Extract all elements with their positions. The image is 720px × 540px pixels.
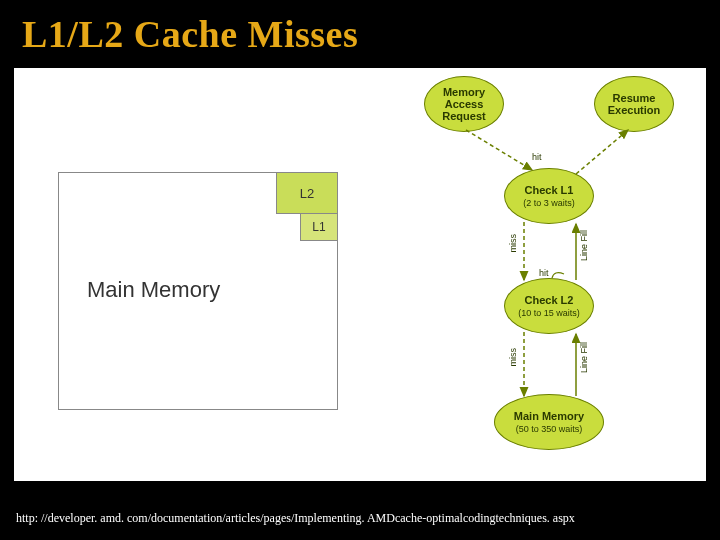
edge-miss-1: miss [508,234,518,253]
content-area: Main Memory L2 L1 Memory Access Request … [14,68,706,481]
main-memory-box: Main Memory L2 L1 [58,172,338,410]
node-resume-execution: Resume Execution [594,76,674,132]
node-sublabel: (50 to 350 waits) [516,424,583,434]
node-check-l2: Check L2 (10 to 15 waits) [504,278,594,334]
memory-size-diagram: Main Memory L2 L1 [58,152,338,412]
edge-miss-2: miss [508,348,518,367]
l2-box: L2 [276,172,338,214]
edge-hit-1: hit [532,152,542,162]
slide: L1/L2 Cache Misses Main Memory L2 L1 Mem… [0,0,720,540]
cache-flowchart: Memory Access Request Resume Execution C… [404,74,694,474]
svg-line-1 [576,130,628,174]
node-sublabel: (2 to 3 waits) [523,198,575,208]
source-url: http: //developer. amd. com/documentatio… [16,511,575,526]
l1-box: L1 [300,213,338,241]
node-memory-access-request: Memory Access Request [424,76,504,132]
node-label: Resume Execution [595,92,673,116]
node-check-l1: Check L1 (2 to 3 waits) [504,168,594,224]
edge-linefill-2: Line Fill [579,342,589,373]
node-sublabel: (10 to 15 waits) [518,308,580,318]
node-main-memory: Main Memory (50 to 350 waits) [494,394,604,450]
edge-hit-2: hit [539,268,549,278]
node-label: Main Memory [514,410,584,422]
svg-line-0 [466,130,532,170]
node-label: Check L2 [525,294,574,306]
edge-linefill-1: Line Fill [579,230,589,261]
page-title: L1/L2 Cache Misses [22,12,358,56]
node-label: Check L1 [525,184,574,196]
node-label: Memory Access Request [425,86,503,122]
main-memory-label: Main Memory [87,277,220,303]
